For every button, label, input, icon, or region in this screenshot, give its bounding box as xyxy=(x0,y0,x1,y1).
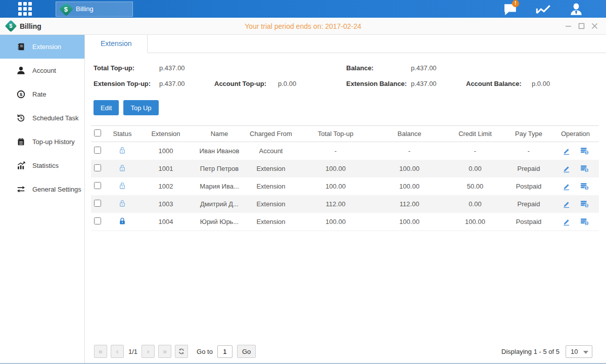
cell-pay-type: Postpaid xyxy=(505,183,552,190)
refresh-icon xyxy=(178,348,185,355)
col-credit-limit: Credit Limit xyxy=(445,130,505,138)
row-checkbox[interactable] xyxy=(94,200,101,207)
edit-row-icon[interactable] xyxy=(562,217,571,226)
extension-balance-value: p.437.00 xyxy=(411,80,466,87)
goto-page-input[interactable] xyxy=(217,345,232,358)
edit-row-icon[interactable] xyxy=(562,164,571,173)
cell-balance: 100.00 xyxy=(374,183,445,190)
sidebar-item-account[interactable]: Account xyxy=(0,59,84,82)
last-page-button[interactable]: » xyxy=(158,345,171,358)
sidebar: Extension Account $ Rate Scheduled Task … xyxy=(0,35,85,363)
cell-credit-limit: - xyxy=(445,147,505,155)
table-row[interactable]: 1004Юрий Юрь...Extension100.00100.00100.… xyxy=(91,213,599,231)
first-page-button[interactable]: « xyxy=(94,345,107,358)
toolbar: Edit Top Up xyxy=(94,100,606,115)
edit-row-icon[interactable] xyxy=(562,200,571,208)
table-row[interactable]: 1000Иван ИвановAccount----$ xyxy=(91,142,599,160)
extension-balance-label: Extension Balance: xyxy=(346,80,411,87)
cell-name: Мария Ива... xyxy=(194,183,245,190)
taskbar-billing-app[interactable]: $ Billing xyxy=(56,2,133,17)
sidebar-item-label: Statistics xyxy=(32,162,59,169)
page-size-select[interactable]: 10 xyxy=(566,345,592,358)
cell-charged-from: Extension xyxy=(245,200,297,208)
cell-balance: 112.00 xyxy=(374,200,445,208)
resource-monitor-icon[interactable] xyxy=(535,2,552,16)
col-extension: Extension xyxy=(137,130,194,138)
topup-row-icon[interactable]: $ xyxy=(580,200,589,208)
taskbar-app-label: Billing xyxy=(76,5,94,13)
cell-pay-type: Prepaid xyxy=(505,165,552,172)
page-size-value: 10 xyxy=(571,348,578,355)
window-title: Billing xyxy=(20,22,41,30)
select-all-checkbox[interactable] xyxy=(94,129,101,136)
prev-page-button[interactable]: ‹ xyxy=(111,345,124,358)
dollar-coin-icon: $ xyxy=(17,90,25,99)
topup-button[interactable]: Top Up xyxy=(123,100,158,115)
cell-total-topup: 100.00 xyxy=(297,165,374,172)
sidebar-item-statistics[interactable]: Statistics xyxy=(0,154,84,177)
user-account-icon[interactable] xyxy=(568,2,585,16)
window-titlebar: $ Billing Your trial period ends on: 201… xyxy=(0,18,606,35)
table-rows: 1000Иван ИвановAccount----$1001Петр Петр… xyxy=(91,142,599,231)
go-button[interactable]: Go xyxy=(237,345,256,358)
topup-row-icon[interactable]: $ xyxy=(580,147,589,155)
goto-label: Go to xyxy=(197,348,213,355)
balance-value: p.437.00 xyxy=(411,64,437,72)
person-icon xyxy=(17,66,25,75)
cell-credit-limit: 0.00 xyxy=(445,165,505,172)
unlocked-icon xyxy=(118,199,126,207)
svg-text:$: $ xyxy=(585,221,587,225)
edit-row-icon[interactable] xyxy=(562,147,571,155)
col-status: Status xyxy=(107,130,137,138)
history-clock-icon xyxy=(17,114,25,122)
sidebar-item-scheduled-task[interactable]: Scheduled Task xyxy=(0,106,84,130)
cell-name: Иван Иванов xyxy=(194,147,245,155)
row-checkbox[interactable] xyxy=(94,147,101,154)
cell-total-topup: 100.00 xyxy=(297,218,374,225)
chevron-down-icon xyxy=(583,351,588,354)
tab-extension[interactable]: Extension xyxy=(85,35,148,53)
cell-pay-type: Prepaid xyxy=(505,200,552,208)
sidebar-item-topup-history[interactable]: Top-up History xyxy=(0,130,84,154)
billing-window: $ Billing ! $ Billing Your trial period … xyxy=(0,0,606,364)
app-launcher-icon[interactable] xyxy=(18,2,32,16)
table-row[interactable]: 1003Дмитрий Д...Extension112.00112.000.0… xyxy=(91,195,599,213)
status-lock-icon xyxy=(118,146,126,154)
locked-icon xyxy=(118,217,126,225)
row-checkbox[interactable] xyxy=(94,182,101,189)
close-icon[interactable] xyxy=(590,22,598,30)
sidebar-item-extension[interactable]: Extension xyxy=(0,35,84,59)
sidebar-item-rate[interactable]: $ Rate xyxy=(0,82,84,106)
cell-name: Юрий Юрь... xyxy=(194,218,245,225)
refresh-button[interactable] xyxy=(175,345,188,358)
account-balance-value: p.0.00 xyxy=(532,80,550,87)
cell-extension: 1002 xyxy=(137,183,194,190)
cell-charged-from: Extension xyxy=(245,218,297,225)
notepad-icon xyxy=(17,138,25,146)
edit-button[interactable]: Edit xyxy=(94,100,119,115)
maximize-icon[interactable] xyxy=(577,22,585,30)
minimize-icon[interactable] xyxy=(564,22,572,30)
cell-credit-limit: 50.00 xyxy=(445,183,505,190)
cell-name: Петр Петров xyxy=(194,165,245,172)
row-checkbox[interactable] xyxy=(94,164,101,171)
topup-row-icon[interactable]: $ xyxy=(580,164,589,173)
row-checkbox[interactable] xyxy=(94,217,101,224)
cell-balance: 100.00 xyxy=(374,218,445,225)
balance-summary: Total Top-up: p.437.00 Extension Top-up:… xyxy=(94,60,599,92)
status-lock-icon xyxy=(118,217,126,225)
status-lock-icon xyxy=(118,164,126,172)
system-topbar: $ Billing ! xyxy=(0,0,606,18)
sidebar-item-general-settings[interactable]: General Settings xyxy=(0,177,84,201)
col-name: Name xyxy=(194,130,245,138)
cell-balance: 100.00 xyxy=(374,165,445,172)
col-total-topup: Total Top-up xyxy=(297,130,374,138)
next-page-button[interactable]: › xyxy=(142,345,155,358)
table-row[interactable]: 1002Мария Ива...Extension100.00100.0050.… xyxy=(91,177,599,195)
topup-row-icon[interactable]: $ xyxy=(580,182,589,191)
edit-row-icon[interactable] xyxy=(562,182,571,191)
notifications-icon[interactable]: ! xyxy=(502,2,519,16)
topup-row-icon[interactable]: $ xyxy=(580,217,589,226)
table-row[interactable]: 1001Петр ПетровExtension100.00100.000.00… xyxy=(91,160,599,177)
account-balance-label: Account Balance: xyxy=(466,80,532,87)
